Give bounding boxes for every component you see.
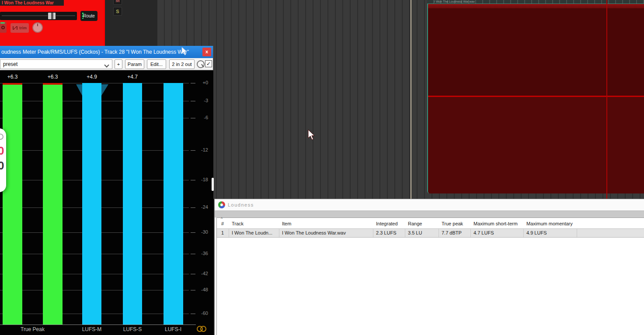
envelope-icon (13, 26, 17, 30)
pan-knob-notch (37, 24, 38, 26)
table-cell-num: 1 (217, 229, 229, 237)
tick (191, 207, 195, 208)
tick (191, 290, 195, 290)
scale-label: -12 (196, 147, 208, 153)
meter-value-label: +6.3 (3, 74, 22, 80)
meter-axis-label: LUFS-I (158, 326, 188, 332)
tick (191, 150, 195, 151)
loudness-meter-display: +0 -3 -6 -12 -18 -24 -30 -36 -42 -48 -60… (0, 70, 213, 335)
stereo-link-icon[interactable] (197, 326, 208, 333)
reaper-logo-icon (218, 201, 225, 208)
table-cell-range: 3.5 LU (405, 229, 439, 237)
meter-bar-lufs-s (123, 83, 142, 325)
close-button[interactable]: x (202, 48, 211, 56)
tick (191, 274, 195, 274)
scale-label: -42 (196, 271, 208, 277)
trim-envelope-button[interactable]: trim (10, 23, 29, 33)
edit-button[interactable]: Edit... (147, 59, 166, 69)
meter-axis-label: True Peak (3, 326, 63, 332)
loudness-table: ^ # Track Item Integrated Range True pea… (216, 218, 644, 335)
header-cell[interactable]: Maximum short-term (471, 218, 524, 228)
waveform-center-line (428, 96, 644, 97)
table-row[interactable]: 1 I Won The Loudn... I Won The Loudness … (217, 228, 644, 238)
chevron-down-icon (105, 63, 108, 67)
check-icon: ✓ (206, 61, 211, 67)
pan-knob[interactable] (32, 22, 43, 33)
volume-fader[interactable] (0, 12, 77, 20)
knob-pointer (201, 64, 204, 67)
header-cell[interactable]: Maximum momentary (524, 218, 577, 228)
meter-bar-lufs-m (82, 83, 101, 325)
fx-window: oudness Meter Peak/RMS/LUFS (Cockos) - T… (0, 46, 213, 335)
media-item[interactable] (427, 3, 644, 193)
edit-cursor[interactable] (411, 0, 411, 199)
header-cell[interactable]: Track (229, 218, 279, 228)
item-title-bar (428, 4, 644, 8)
loudness-titlebar[interactable]: Loudness (215, 199, 644, 211)
table-cell-integrated: 2.3 LUFS (373, 229, 405, 237)
loudness-panel: Loudness ^ # Track Item Integrated Range… (214, 199, 644, 335)
header-cell[interactable]: # (217, 218, 229, 228)
ui-checkbox[interactable]: ✓ (205, 60, 212, 67)
red-marker-line[interactable] (606, 0, 607, 199)
meter-bar-truepeak-l (3, 83, 22, 325)
scale-label: -60 (196, 311, 208, 317)
meter-axis-label: LUFS-M (77, 326, 107, 332)
track-name-label[interactable]: I Won The Loudness War (0, 0, 64, 6)
tick (191, 232, 195, 233)
overlay-circle-icon (0, 134, 3, 140)
table-cell-maxmomentary: 4.9 LUFS (524, 229, 577, 237)
record-arm-button[interactable] (0, 22, 7, 33)
scale-label: -6 (196, 115, 208, 121)
volume-fader-handle[interactable] (48, 12, 56, 20)
wet-dry-knob-icon[interactable] (197, 60, 205, 68)
header-cell[interactable]: Item (279, 218, 373, 228)
item-lower-half (428, 97, 644, 193)
preset-combo[interactable]: preset (0, 59, 112, 69)
overlay-digit-bottom: 0 (0, 159, 4, 173)
track-panel-buttons: M S (105, 0, 157, 46)
scale-label: -36 (196, 251, 208, 257)
fx-titlebar[interactable]: oudness Meter Peak/RMS/LUFS (Cockos) - T… (0, 46, 213, 58)
record-monitor-icon (0, 22, 5, 24)
header-cell (577, 218, 644, 228)
header-cell[interactable]: Range (405, 218, 439, 228)
scale-label: -18 (196, 177, 208, 183)
solo-button[interactable]: S (113, 7, 122, 16)
circle-right (200, 326, 206, 332)
meter-axis-label: LUFS-S (118, 326, 147, 332)
fx-window-title: oudness Meter Peak/RMS/LUFS (Cockos) - T… (1, 49, 200, 55)
sort-indicator[interactable]: ^ (221, 217, 223, 221)
header-cell[interactable]: True peak (439, 218, 471, 228)
arrange-view[interactable]: I Won The Loudness War.wav (157, 0, 644, 199)
overlay-digit-top: 0 (0, 144, 4, 158)
tick (191, 83, 195, 83)
mouse-cursor (307, 129, 316, 141)
overlay-card: 0 0 (0, 128, 6, 192)
meter-value-label: +4.9 (82, 74, 101, 80)
param-button[interactable]: Param (125, 59, 144, 69)
meter-value-label: +6.3 (43, 74, 63, 80)
scale-label: -48 (196, 287, 208, 293)
tick (191, 180, 195, 180)
track-panel: I Won The Loudness War Route trim (0, 0, 104, 46)
scrollbar-thumb[interactable] (212, 178, 214, 191)
tick (191, 314, 195, 314)
fader-groove (2, 15, 75, 16)
lufs-history-shape (76, 84, 82, 96)
scale-label: -3 (196, 98, 208, 104)
route-button[interactable]: Route (80, 11, 97, 21)
io-button[interactable]: 2 in 2 out (169, 59, 195, 69)
scale-label: -30 (196, 229, 208, 235)
mute-button[interactable]: M (113, 0, 122, 5)
table-cell-item: I Won The Loudness War.wav (279, 229, 373, 237)
panel-divider-strip (215, 211, 644, 218)
lufs-history-shape (101, 84, 108, 96)
preset-value: preset (3, 61, 17, 67)
table-header-row: # Track Item Integrated Range True peak … (217, 218, 644, 228)
reaper-screen: I Won The Loudness War.wav I Won The Lou… (0, 0, 644, 335)
header-cell[interactable]: Integrated (373, 218, 405, 228)
meter-value-label: +4.7 (123, 74, 142, 80)
add-preset-button[interactable]: + (115, 59, 122, 69)
pin-cursor-icon (180, 47, 188, 56)
